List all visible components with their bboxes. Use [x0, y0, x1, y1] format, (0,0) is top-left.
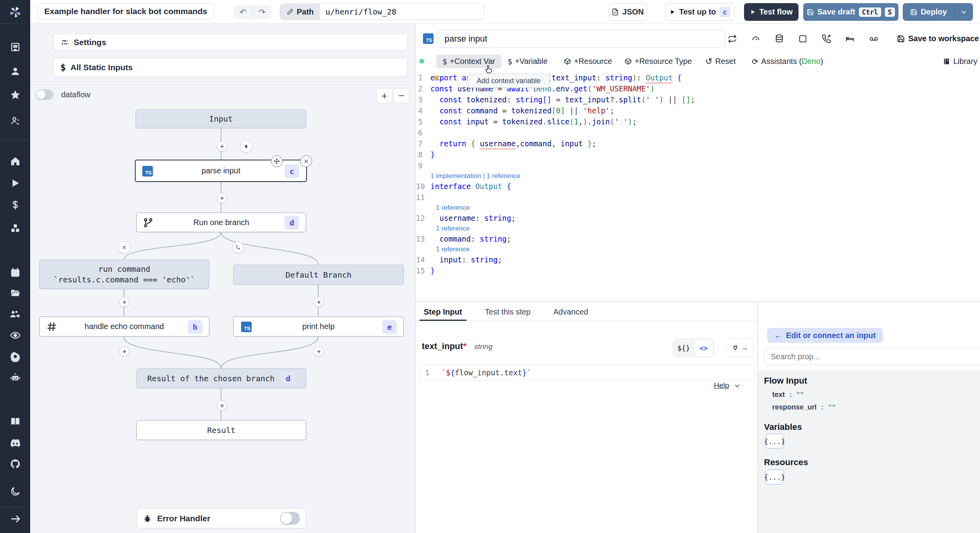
step-id-badge: c [285, 164, 299, 178]
arrow-left-icon: ← [774, 331, 782, 340]
settings-gear-icon[interactable] [0, 351, 30, 362]
add-resource-button[interactable]: +Resource [564, 55, 612, 68]
node-label: Default Branch [285, 270, 352, 280]
flow-node-run-one-branch[interactable]: Run one branch d [136, 213, 306, 232]
phone-incoming-icon[interactable] [822, 34, 831, 44]
json-button[interactable]: JSON [609, 3, 646, 21]
switch-user-icon[interactable] [0, 115, 30, 126]
deploy-dropdown-button[interactable] [955, 9, 973, 15]
gauge-icon[interactable] [751, 34, 760, 44]
ai-robot-icon[interactable] [0, 372, 30, 383]
bed-icon[interactable] [845, 34, 855, 44]
trigger-bolt-button[interactable] [240, 140, 252, 153]
add-variable-button[interactable]: $+Variable [508, 55, 548, 68]
json-label: JSON [622, 7, 644, 16]
search-prop-input[interactable] [764, 348, 980, 365]
step-name-input[interactable]: parse input [437, 30, 725, 48]
code-mode-button[interactable]: <> [694, 339, 713, 357]
expand-arrow-icon[interactable] [0, 513, 30, 524]
lightbulb-icon[interactable] [432, 75, 440, 82]
flow-node-result[interactable]: Result [136, 420, 306, 440]
move-step-button[interactable] [271, 155, 283, 167]
repeat-icon[interactable] [728, 34, 737, 44]
kbd-s: S [885, 7, 895, 17]
variables-dollar-icon[interactable] [0, 200, 30, 211]
json-mode-button[interactable]: ${} [673, 339, 694, 357]
windmill-logo-icon[interactable] [0, 5, 30, 20]
edit-or-connect-button[interactable]: ← Edit or connect an input [767, 328, 883, 343]
folders-icon[interactable] [0, 288, 30, 299]
favorites-star-icon[interactable] [0, 89, 30, 100]
chevron-down-icon [960, 9, 967, 15]
add-step-button[interactable] [217, 400, 227, 411]
code-editor[interactable]: 1export async function main(text_input: … [416, 72, 976, 276]
save-icon [807, 9, 814, 16]
add-resource-type-label: +Resource Type [635, 57, 692, 66]
flow-node-branch-result[interactable]: Result of the chosen branch d [136, 368, 306, 388]
library-button[interactable]: Library [943, 55, 977, 68]
add-resource-type-button[interactable]: +Resource Type [624, 55, 692, 68]
save-draft-button[interactable]: Save draft Ctrl S [803, 3, 898, 21]
prop-key: response_url [772, 403, 817, 411]
resources-object-chip[interactable]: {...} [765, 469, 784, 484]
runs-play-icon[interactable] [0, 178, 30, 189]
tab-advanced[interactable]: Advanced [553, 307, 588, 317]
required-marker: * [463, 341, 466, 351]
workspace-icon[interactable] [0, 42, 30, 53]
prop-row-response-url[interactable]: response_url : "" [772, 403, 836, 411]
flow-node-branch-predicate[interactable]: run command `results.c.command === 'echo… [39, 260, 209, 289]
flow-node-handle-echo[interactable]: handle echo command h [39, 317, 209, 337]
user-icon[interactable] [0, 66, 30, 77]
home-icon[interactable] [0, 156, 30, 167]
add-step-button[interactable] [217, 193, 227, 203]
flow-title-input[interactable]: Example handler for slack bot commands [38, 3, 214, 20]
github-icon[interactable] [0, 458, 30, 469]
expression-editor[interactable]: 1 `${flow_input.text}` [420, 365, 755, 380]
undo-button[interactable]: ↶ [234, 7, 252, 17]
line-number: 1 [425, 368, 434, 377]
add-variable-label: +Variable [515, 57, 548, 66]
redo-button[interactable]: ↷ [253, 7, 271, 17]
flow-node-input[interactable]: Input [136, 109, 306, 128]
deploy-button[interactable]: Deploy [903, 7, 954, 16]
hash-icon [47, 322, 57, 332]
path-field[interactable]: Path u/henri/flow_28 [280, 4, 485, 20]
delete-step-button[interactable] [300, 155, 312, 167]
discord-icon[interactable] [0, 437, 30, 448]
add-step-button[interactable] [314, 297, 324, 307]
error-handler-toggle[interactable] [280, 512, 300, 525]
resources-cubes-icon[interactable] [0, 223, 30, 234]
audit-eye-icon[interactable] [0, 330, 30, 341]
node-label: print help [302, 322, 334, 331]
test-flow-button[interactable]: Test flow [744, 3, 799, 21]
add-step-button[interactable] [217, 141, 227, 151]
error-handler-row[interactable]: Error Handler [137, 508, 306, 528]
sidebar [0, 0, 30, 533]
remove-branch-button[interactable] [118, 241, 131, 254]
flow-node-print-help[interactable]: TS print help e [233, 317, 404, 337]
schedules-calendar-icon[interactable] [0, 267, 30, 278]
tab-step-input[interactable]: Step Input [424, 307, 462, 317]
typescript-icon: TS [142, 166, 153, 176]
add-step-button[interactable] [119, 297, 129, 307]
tab-test-this-step[interactable]: Test this step [485, 307, 531, 317]
variables-object-chip[interactable]: {...} [765, 434, 784, 449]
step-input-panel: Step Input Test this step Advanced text_… [416, 302, 757, 533]
reset-button[interactable]: ↺ Reset [705, 55, 736, 68]
test-up-to-button[interactable]: Test up to c [665, 3, 735, 21]
add-step-button[interactable] [119, 346, 129, 357]
database-icon[interactable] [775, 34, 784, 44]
flow-node-default-branch[interactable]: Default Branch [233, 265, 404, 285]
add-step-button[interactable] [314, 346, 324, 357]
add-branch-button[interactable] [232, 242, 244, 253]
prop-row-text[interactable]: text : "" [772, 391, 804, 399]
voicemail-icon[interactable] [869, 34, 879, 44]
assistants-button[interactable]: ⟳ Assistants (Deno) [752, 55, 823, 68]
dark-mode-moon-icon[interactable] [0, 486, 30, 497]
help-link[interactable]: Help [714, 381, 740, 390]
groups-icon[interactable] [0, 309, 30, 320]
save-to-workspace-button[interactable]: Save to workspace [897, 34, 979, 43]
square-icon[interactable] [798, 34, 808, 44]
docs-book-icon[interactable] [0, 416, 30, 427]
connect-input-button[interactable]: → [726, 338, 753, 357]
